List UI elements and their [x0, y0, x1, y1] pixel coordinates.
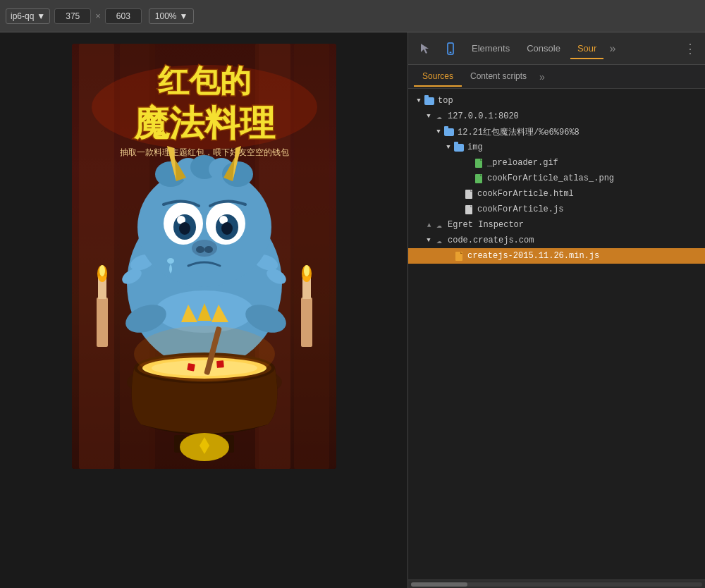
svg-point-41 [221, 222, 233, 235]
main-area: 红包的 魔法料理 抽取一款料理主题红包，喂下好友空空的钱包 [0, 32, 705, 588]
tree-label-localhost: 127.0.0.1:8020 [448, 111, 519, 121]
tree-item-egret[interactable]: ▶ ☁ Egret Inspector [408, 217, 705, 233]
tab-console[interactable]: Console [520, 39, 568, 59]
tree-arrow-createjs-host: ▼ [424, 235, 434, 245]
tree-label-project: 12.21红包魔法料理/%e6%96%8 [458, 126, 580, 138]
devtools-panel: Elements Console Sour » ⋮ Sources Conten… [407, 32, 705, 588]
tree-arrow-top: ▼ [414, 96, 424, 106]
svg-rect-68 [450, 51, 452, 53]
sources-tabs-more[interactable]: » [535, 71, 549, 82]
tree-item-createjs-host[interactable]: ▼ ☁ code.createjs.com [408, 233, 705, 248]
devtools-top-tabs: Elements Console Sour » ⋮ [408, 32, 705, 65]
tree-label-atlas: cookForArticle_atlas_.png [487, 173, 614, 183]
tree-label-egret: Egret Inspector [448, 220, 524, 230]
devtools-scrollbar[interactable] [408, 580, 705, 588]
file-icon-createjs [453, 250, 465, 262]
svg-text:红包的: 红包的 [157, 63, 251, 98]
sources-sub-tabs: Sources Content scripts » [408, 65, 705, 89]
scrollbar-thumb[interactable] [411, 582, 467, 587]
cloud-icon-createjs: ☁ [434, 235, 445, 246]
tree-arrow-egret: ▶ [424, 220, 434, 230]
tree-label-js: cookForArticle.js [477, 204, 563, 214]
file-icon-atlas [473, 173, 484, 184]
phone-frame: 红包的 魔法料理 抽取一款料理主题红包，喂下好友空空的钱包 [72, 44, 336, 469]
folder-icon-project [443, 126, 455, 137]
tree-label-top: top [438, 96, 453, 106]
tree-arrow-project: ▼ [434, 127, 443, 137]
tree-label-preloader: _preloader.gif [487, 158, 558, 168]
tree-item-js[interactable]: ▼ cookForArticle.js [408, 202, 705, 217]
cursor-button[interactable] [414, 37, 436, 60]
file-icon-js [463, 204, 474, 215]
cloud-icon-egret: ☁ [434, 219, 445, 231]
coord-x-input[interactable] [54, 8, 91, 24]
file-icon-preloader [473, 157, 484, 169]
tree-label-img: img [467, 142, 483, 152]
svg-point-24 [137, 167, 271, 287]
tree-item-atlas[interactable]: ▼ cookForArticle_atlas_.png [408, 171, 705, 186]
tabs-more-button[interactable]: » [606, 42, 618, 55]
svg-text:魔法料理: 魔法料理 [133, 104, 276, 143]
tree-label-html: cookForArticle.html [477, 189, 574, 199]
tree-label-createjs-host: code.createjs.com [448, 235, 534, 245]
content-scripts-tab[interactable]: Content scripts [462, 67, 535, 87]
game-background: 红包的 魔法料理 抽取一款料理主题红包，喂下好友空空的钱包 [72, 44, 336, 469]
tree-item-project-folder[interactable]: ▼ 12.21红包魔法料理/%e6%96%8 [408, 124, 705, 140]
svg-rect-66 [216, 360, 224, 368]
zoom-level: 100% [155, 11, 177, 21]
file-tree: ▼ top ▼ ☁ 127.0.0.1:8020 ▼ 12.21 [408, 89, 705, 580]
svg-point-40 [179, 222, 190, 235]
tree-item-html[interactable]: ▼ cookForArticle.html [408, 186, 705, 202]
svg-rect-15 [301, 298, 312, 347]
tree-arrow-img: ▼ [443, 142, 453, 152]
tree-item-localhost[interactable]: ▼ ☁ 127.0.0.1:8020 [408, 109, 705, 124]
svg-rect-65 [187, 363, 195, 372]
device-dropdown-arrow: ▼ [37, 11, 45, 21]
tree-item-createjs-file[interactable]: ▼ createjs-2015.11.26.min.js [408, 248, 705, 264]
svg-point-44 [204, 246, 213, 253]
tree-item-img-folder[interactable]: ▼ img [408, 140, 705, 155]
svg-rect-11 [97, 298, 108, 347]
svg-point-14 [99, 265, 105, 276]
tab-sources[interactable]: Sour [570, 39, 603, 59]
zoom-selector[interactable]: 100% ▼ [149, 8, 195, 24]
file-icon-html [463, 188, 474, 200]
folder-icon-img [453, 142, 465, 153]
tree-item-top[interactable]: ▼ top [408, 93, 705, 109]
svg-point-18 [304, 265, 309, 276]
toolbar: ip6-qq ▼ × 100% ▼ [0, 0, 705, 32]
svg-point-42 [192, 240, 217, 257]
coord-separator: × [95, 11, 101, 21]
svg-point-57 [134, 326, 275, 382]
scrollbar-track [411, 582, 702, 587]
sources-tab[interactable]: Sources [414, 67, 462, 87]
preview-scroll-area[interactable]: 红包的 魔法料理 抽取一款料理主题红包，喂下好友空空的钱包 [0, 32, 407, 588]
device-selector[interactable]: ip6-qq ▼ [6, 8, 50, 24]
tree-arrow-localhost: ▼ [424, 111, 434, 121]
folder-icon-top [424, 95, 435, 106]
svg-point-43 [196, 246, 204, 253]
devtools-menu-button[interactable]: ⋮ [681, 41, 699, 56]
device-preview: 红包的 魔法料理 抽取一款料理主题红包，喂下好友空空的钱包 [0, 32, 407, 588]
zoom-dropdown-arrow: ▼ [180, 11, 188, 21]
svg-point-45 [167, 258, 174, 264]
coord-y-input[interactable] [105, 8, 142, 24]
tree-item-preloader[interactable]: ▼ _preloader.gif [408, 155, 705, 171]
device-name: ip6-qq [11, 11, 34, 21]
cloud-icon-localhost: ☁ [434, 111, 445, 122]
tab-elements[interactable]: Elements [465, 39, 517, 59]
tree-label-createjs-file: createjs-2015.11.26.min.js [467, 251, 599, 261]
mobile-button[interactable] [439, 37, 462, 60]
